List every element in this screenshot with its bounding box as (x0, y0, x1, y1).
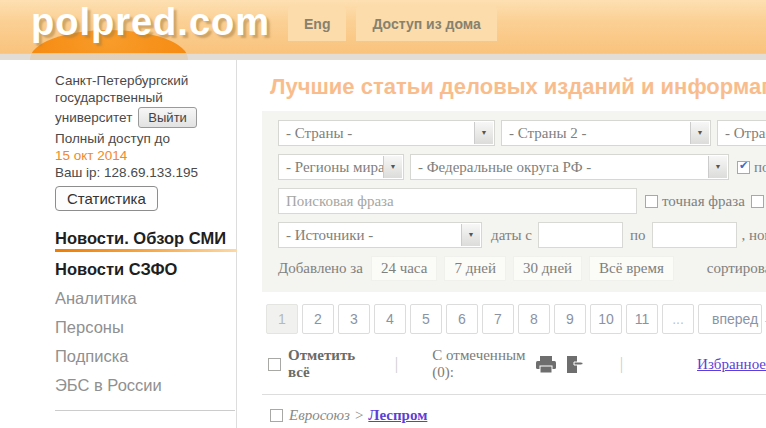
content-divider (262, 394, 766, 395)
sort-label: сортировать (707, 260, 766, 276)
result-checkbox[interactable] (270, 409, 283, 422)
sidebar-item[interactable]: Персоны (55, 317, 236, 337)
header: polpred.com EngДоступ из дома (0, 0, 766, 60)
full-text-label: полный текст (754, 159, 766, 176)
sources-select[interactable]: - Источники - ▼ (278, 222, 482, 248)
industries-select-value: - Отрасли - (725, 125, 766, 141)
org-name-line1: Санкт-Петербургский (55, 72, 236, 89)
sidebar-nav: Новости. Обзор СМИНовости СЗФОАналитикаП… (55, 228, 236, 395)
favorites-link[interactable]: Избранное (697, 356, 766, 373)
sidebar-item[interactable]: Аналитика (55, 288, 236, 308)
exact-phrase-label: точная фраза (662, 193, 745, 210)
tab-eng[interactable]: Eng (288, 6, 346, 41)
result-topic-link[interactable]: Леспром (368, 407, 427, 424)
sidebar: Санкт-Петербургский государственный унив… (0, 60, 237, 428)
period-button[interactable]: 30 дней (513, 256, 582, 281)
world-regions-select-value: - Регионы мира - (286, 159, 394, 175)
access-label: Полный доступ до (55, 130, 236, 147)
period-button[interactable]: Всё время (589, 256, 674, 281)
vertical-separator: | (395, 354, 398, 374)
statistics-button[interactable]: Статистика (55, 186, 158, 211)
sort-control: сортировать по дате (707, 260, 766, 277)
next-page-button[interactable]: вперед → (698, 304, 762, 334)
sidebar-item[interactable]: ЭБС в России (55, 375, 236, 395)
page-button[interactable]: 2 (302, 304, 334, 334)
header-tabs: EngДоступ из дома (288, 6, 507, 41)
page-button[interactable]: 11 (626, 304, 658, 334)
sidebar-item[interactable]: Новости. Обзор СМИ (55, 228, 236, 252)
federal-districts-select-value: - Федеральные округа РФ - (418, 159, 591, 175)
chevron-down-icon: ▼ (461, 224, 480, 246)
sources-select-value: - Источники - (286, 227, 373, 243)
select-all-checkbox[interactable] (268, 358, 281, 371)
countries2-select-value: - Страны 2 - (509, 125, 587, 141)
chevron-down-icon: ▼ (474, 122, 493, 144)
date-to-label: по (630, 227, 646, 244)
page-title: Лучшие статьи деловых изданий и информаг… (270, 74, 766, 100)
ip-line: Ваш ip: 128.69.133.195 (55, 164, 236, 181)
page-button[interactable]: 10 (590, 304, 622, 334)
filter-panel: - Страны - ▼ - Страны 2 - ▼ - Отрасли - … (262, 111, 766, 292)
header-bottom-band (0, 53, 766, 60)
world-regions-select[interactable]: - Регионы мира - ▼ (278, 154, 404, 180)
org-name-line2: государственный (55, 89, 236, 106)
tab-home-access[interactable]: Доступ из дома (356, 6, 496, 41)
period-buttons: 24 часа7 дней30 днейВсё время (371, 256, 681, 281)
sidebar-item[interactable]: Подписка (55, 346, 236, 366)
vertical-separator: | (620, 354, 623, 374)
period-button[interactable]: 24 часа (371, 256, 437, 281)
access-date: 15 окт 2014 (55, 147, 236, 164)
sidebar-item[interactable]: Новости СЗФО (55, 259, 236, 279)
page-button[interactable]: 5 (410, 304, 442, 334)
countries-select-value: - Страны - (286, 125, 352, 141)
countries-select[interactable]: - Страны - ▼ (278, 120, 495, 146)
print-icon[interactable] (536, 356, 556, 373)
date-from-label: даты с (491, 227, 532, 244)
industries-select[interactable]: - Отрасли - ▼ (717, 120, 766, 146)
date-to-input[interactable] (652, 222, 737, 248)
page-ellipsis[interactable]: ... (662, 304, 694, 334)
pagination: 1234567891011...вперед → (266, 304, 766, 334)
numbers-label: , номера (741, 227, 766, 244)
site-logo[interactable]: polpred.com (31, 1, 270, 44)
logout-button[interactable]: Выйти (138, 107, 197, 128)
chevron-down-icon: ▼ (708, 156, 727, 178)
chevron-down-icon: ▼ (690, 122, 709, 144)
federal-districts-select[interactable]: - Федеральные округа РФ - ▼ (410, 154, 729, 180)
page-button[interactable]: 3 (338, 304, 370, 334)
period-button[interactable]: 7 дней (444, 256, 506, 281)
page-button[interactable]: 9 (554, 304, 586, 334)
result-item: Евросоюз > Леспром В2013 г. потребление … (270, 407, 766, 428)
sidebar-divider (55, 410, 235, 411)
selection-bar: Отметить всё | С отмеченным (0): | Избра… (268, 347, 766, 381)
org-name-line3: университет (55, 109, 132, 126)
chevron-down-icon: ▼ (383, 156, 402, 178)
added-label: Добавлено за (278, 260, 363, 277)
result-separator: > (355, 407, 363, 424)
page-button[interactable]: 7 (482, 304, 514, 334)
main-content: Лучшие статьи деловых изданий и информаг… (238, 60, 766, 428)
result-category: Евросоюз (289, 407, 350, 424)
date-from-input[interactable] (538, 222, 623, 248)
select-all-label: Отметить всё (288, 347, 361, 381)
search-input[interactable] (278, 188, 637, 214)
full-text-checkbox[interactable] (737, 161, 750, 174)
page-button[interactable]: 8 (518, 304, 550, 334)
exact-phrase-checkbox[interactable] (645, 195, 658, 208)
account-block: Санкт-Петербургский государственный унив… (55, 72, 236, 211)
countries2-select[interactable]: - Страны 2 - ▼ (501, 120, 711, 146)
page-button[interactable]: 4 (374, 304, 406, 334)
page-button[interactable]: 1 (266, 304, 298, 334)
export-document-icon[interactable] (566, 356, 586, 373)
page-button[interactable]: 6 (446, 304, 478, 334)
extra-checkbox[interactable] (751, 195, 764, 208)
with-selected-label: С отмеченным (0): (432, 347, 525, 381)
